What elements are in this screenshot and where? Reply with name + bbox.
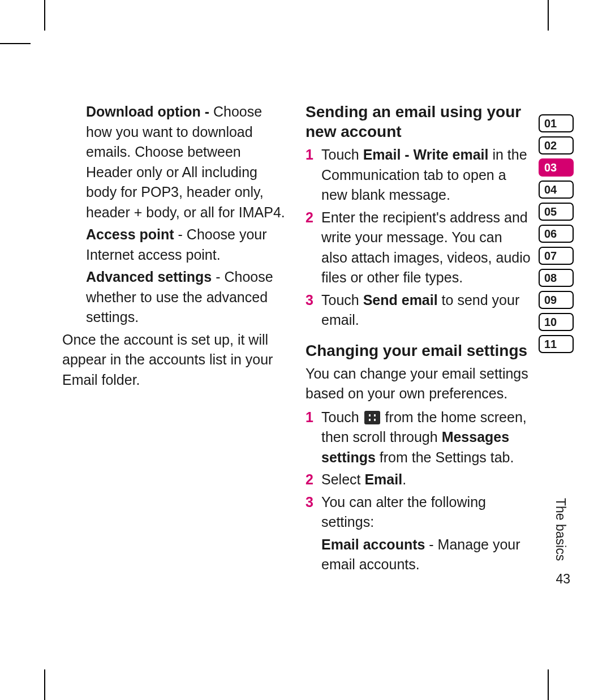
chapter-tab-04[interactable]: 04 [539,181,574,199]
body-text: Touch [321,409,363,425]
step-number: 2 [306,208,321,228]
bold-text: Download option - [86,104,213,119]
crop-mark [548,669,549,700]
bold-text: Email accounts [321,536,425,552]
left-column: Download option - Choose how you want to… [62,102,289,575]
crop-mark [44,669,45,700]
step-number: 1 [306,407,321,428]
step-number: 2 [306,470,321,490]
bold-text: Email - Write email [363,147,489,162]
section-intro: You can change your email settings based… [306,364,532,404]
body-text: Touch [321,292,363,308]
right-column: Sending an email using your new account … [306,102,532,575]
section-side-label: The basics [553,498,568,561]
bold-text: Send email [363,292,438,308]
section-heading-sending-email: Sending an email using your new account [306,102,532,141]
step-body: You can alter the following settings: [321,492,532,532]
page-number: 43 [556,572,570,587]
section-heading-changing-settings: Changing your email settings [306,341,532,360]
page-content: Download option - Choose how you want to… [62,102,532,575]
step-body: Touch Email - Write email in the Communi… [321,145,532,205]
step-body: Select Email. [321,470,532,490]
step-number: 3 [306,290,321,311]
access-point-paragraph: Access point - Choose your Internet acce… [62,225,289,265]
chapter-tab-03[interactable]: 03 [539,158,574,177]
apps-grid-icon [364,411,380,424]
step-item: 1 Touch Email - Write email in the Commu… [306,145,532,205]
step-item: 2 Enter the recipient's address and writ… [306,208,532,288]
account-setup-note: Once the account is set up, it will appe… [62,330,289,390]
chapter-tab-05[interactable]: 05 [539,203,574,221]
chapter-tab-06[interactable]: 06 [539,225,574,243]
step-number: 3 [306,492,321,513]
advanced-settings-paragraph: Advanced settings - Choose whether to us… [62,267,289,328]
download-option-paragraph: Download option - Choose how you want to… [62,102,289,222]
step-body: Touch from the home screen, then scroll … [321,407,532,468]
step-number: 1 [306,145,321,165]
chapter-tab-09[interactable]: 09 [539,291,574,309]
step-item: 3 Touch Send email to send your email. [306,290,532,330]
step-item: 2 Select Email. [306,470,532,490]
body-text: . [402,471,406,487]
crop-mark [0,43,31,44]
chapter-tab-08[interactable]: 08 [539,269,574,287]
step-body: Touch Send email to send your email. [321,290,532,330]
chapter-tab-11[interactable]: 11 [539,335,574,353]
bold-text: Access point [86,226,174,242]
email-accounts-subitem: Email accounts - Manage your email accou… [306,535,532,575]
bold-text: Advanced settings [86,269,212,285]
crop-mark [548,0,549,31]
chapter-tabs: 01 02 03 04 05 06 07 08 09 10 11 [539,114,574,357]
crop-mark [44,0,45,31]
chapter-tab-02[interactable]: 02 [539,136,574,154]
body-text: Select [321,471,364,487]
body-text: Touch [321,147,363,162]
chapter-tab-10[interactable]: 10 [539,313,574,331]
step-item: 3 You can alter the following settings: [306,492,532,532]
step-item: 1 Touch from the home screen, then scrol… [306,407,532,468]
body-text: Choose how you want to download emails. … [86,104,285,220]
step-body: Enter the recipient's address and write … [321,208,532,288]
chapter-tab-01[interactable]: 01 [539,114,574,132]
body-text: from the Settings tab. [376,449,514,465]
chapter-tab-07[interactable]: 07 [539,247,574,265]
bold-text: Email [364,471,402,487]
